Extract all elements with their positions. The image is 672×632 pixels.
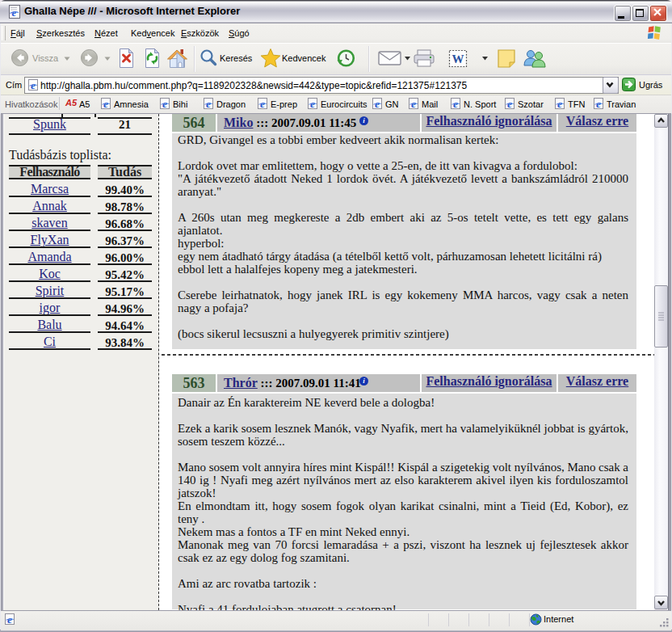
svg-text:W: W (452, 53, 464, 65)
